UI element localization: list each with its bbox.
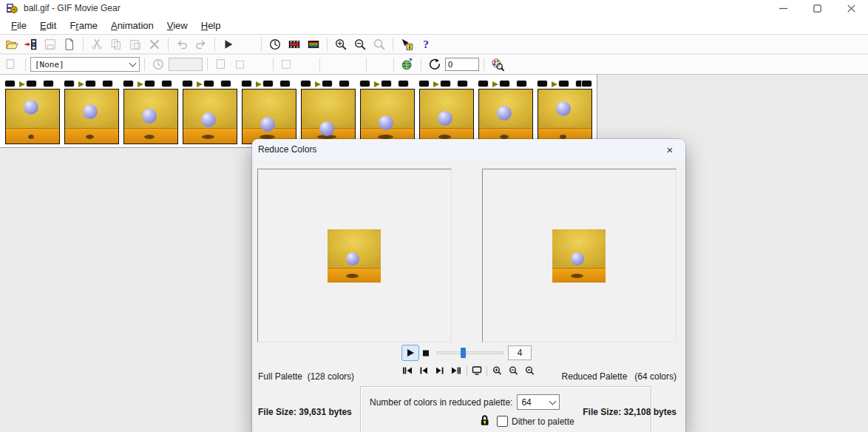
app-icon (6, 2, 18, 14)
frame-marker-flag-icon (315, 81, 321, 87)
film-frame-7[interactable] (360, 89, 415, 144)
redo-button (192, 36, 210, 53)
film-frame-1[interactable] (5, 89, 60, 144)
menu-bar: FileEditFrameAnimationViewHelp (0, 16, 868, 35)
zoom-in-button[interactable] (332, 36, 350, 53)
film-frame-3[interactable] (123, 89, 178, 144)
toolbar-separator (327, 38, 328, 51)
ball-scene (361, 90, 414, 144)
menu-file[interactable]: File (4, 18, 33, 33)
menu-frame[interactable]: Frame (63, 18, 104, 33)
slider-thumb[interactable] (461, 348, 466, 358)
menu-edit[interactable]: Edit (33, 18, 63, 33)
frame-marker-flag-icon (492, 81, 498, 87)
play-button[interactable] (220, 36, 237, 53)
ball-icon (571, 252, 584, 266)
film-frame-8[interactable] (419, 89, 474, 144)
zoom-in-mag-button[interactable] (491, 364, 503, 377)
optimize-globe-button[interactable] (399, 56, 416, 72)
main-toolbar: ? (0, 35, 868, 54)
crop-frames-button (325, 56, 342, 72)
zoom-actual-mag-button[interactable] (523, 364, 536, 377)
menu-view[interactable]: View (160, 18, 194, 33)
ball-icon (438, 111, 452, 126)
film-frame-9[interactable] (478, 89, 533, 144)
film-frame-5[interactable] (242, 89, 296, 144)
open-folder-button[interactable] (3, 36, 21, 53)
toolbar-separator (273, 58, 274, 71)
maximize-button[interactable] (800, 0, 834, 16)
title-bar: ball.gif - GIF Movie Gear (0, 0, 868, 16)
monitor-button[interactable] (471, 364, 484, 377)
ball-shadow (28, 135, 34, 139)
film-frame-10[interactable] (538, 89, 592, 144)
clock-button[interactable] (266, 36, 284, 53)
toolbar-separator (393, 58, 394, 71)
ball-scene (302, 90, 355, 144)
delay-clock-button (149, 56, 167, 72)
filmstrip-color-button[interactable] (305, 36, 322, 53)
reduce-colors-button[interactable] (489, 56, 506, 72)
film-frame-6[interactable] (301, 89, 356, 144)
loop-count-button[interactable] (426, 56, 444, 72)
dialog-close-icon[interactable]: × (660, 141, 679, 158)
new-document-button[interactable] (61, 36, 78, 53)
toolbar-separator (207, 58, 208, 71)
transition-combo[interactable]: [None] (30, 57, 140, 72)
loop-input[interactable] (445, 58, 479, 71)
save-button (41, 36, 59, 53)
copy-button (107, 36, 125, 53)
ball-scene (124, 90, 177, 144)
frame-counter: 4 (508, 345, 532, 360)
ball-scene (183, 90, 237, 144)
film-frame-2[interactable] (64, 89, 119, 144)
menu-help[interactable]: Help (194, 18, 228, 33)
zoom-out-mag-button[interactable] (507, 364, 520, 377)
frame-marker-flag-icon (433, 81, 439, 87)
delete-button (146, 36, 163, 53)
ball-scene (479, 90, 532, 144)
preview-stop-button[interactable] (419, 346, 433, 360)
help-button[interactable]: ? (417, 36, 435, 53)
ball-scene (243, 90, 296, 144)
toolbar-separator (319, 58, 320, 71)
dither-checkbox[interactable] (497, 416, 508, 427)
filmstrip-red-button[interactable] (285, 36, 303, 53)
frame-marker-flag-icon (78, 81, 84, 87)
film-frame-4[interactable] (183, 89, 237, 144)
palette-size-combo[interactable]: 64 (517, 394, 560, 410)
last-frame-button[interactable] (450, 364, 463, 377)
full-palette-preview-pane (257, 169, 452, 342)
ball-icon (142, 109, 157, 124)
first-frame-button[interactable] (401, 364, 414, 377)
menu-animation[interactable]: Animation (104, 18, 160, 33)
prev-frame-button[interactable] (418, 364, 430, 377)
ball-icon (379, 115, 393, 130)
close-button[interactable] (834, 0, 868, 16)
insert-frames-button[interactable] (22, 36, 40, 53)
stop-button (239, 36, 257, 53)
paste-button (126, 36, 144, 53)
context-help-button[interactable] (398, 36, 416, 53)
minimize-button[interactable] (766, 0, 800, 16)
ball-icon (319, 121, 334, 136)
ball-scene (420, 90, 473, 144)
next-frame-button[interactable] (434, 364, 447, 377)
preview-transport-controls: 4 (401, 345, 536, 377)
reduced-palette-preview-pane (482, 169, 677, 342)
paste-into-button (251, 56, 268, 72)
toolbar-separator (25, 58, 26, 71)
image-effects-button (212, 56, 230, 72)
ball-icon (24, 100, 38, 115)
colors-count-label: Number of colors in reduced palette: (370, 397, 512, 408)
frame-position-slider[interactable] (437, 347, 503, 359)
frame-marker-flag-icon (197, 81, 203, 87)
zoom-out-button[interactable] (351, 36, 369, 53)
full-file-size: File Size: 39,631 bytes (258, 406, 354, 418)
toolbar-separator (484, 58, 484, 71)
ball-scene (328, 229, 381, 283)
filmstrip (0, 75, 597, 148)
palette-lock-icon[interactable] (479, 414, 490, 429)
zoom-actual-button (370, 36, 388, 53)
preview-play-button[interactable] (401, 345, 419, 361)
